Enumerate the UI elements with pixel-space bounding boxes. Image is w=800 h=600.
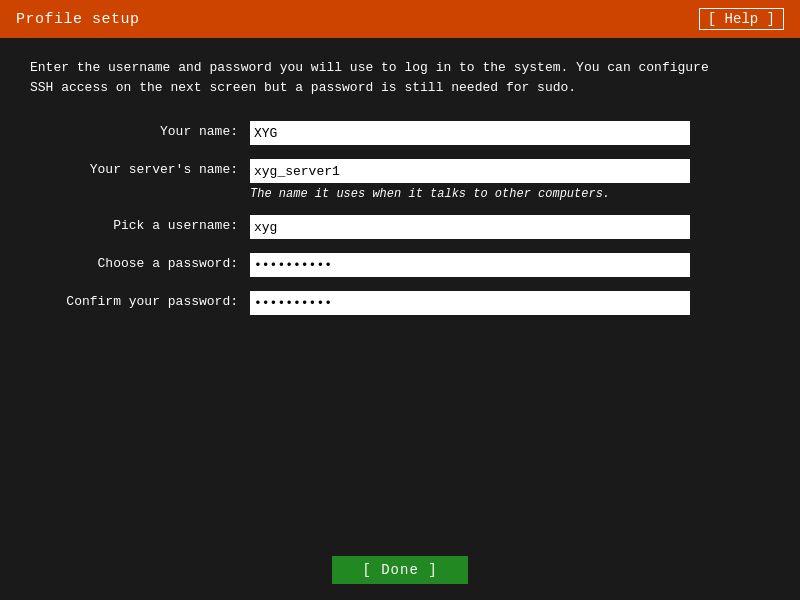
server-name-input-group: The name it uses when it talks to other …: [250, 159, 770, 201]
confirm-password-input[interactable]: [250, 291, 690, 315]
server-name-hint: The name it uses when it talks to other …: [250, 187, 770, 201]
description-text: Enter the username and password you will…: [30, 58, 710, 97]
username-label: Pick a username:: [30, 215, 250, 233]
server-name-row: Your server's name: The name it uses whe…: [30, 159, 770, 201]
confirm-password-label: Confirm your password:: [30, 291, 250, 309]
app: Profile setup [ Help ] Enter the usernam…: [0, 0, 800, 600]
your-name-input[interactable]: [250, 121, 690, 145]
your-name-row: Your name:: [30, 121, 770, 145]
server-name-input[interactable]: [250, 159, 690, 183]
password-label: Choose a password:: [30, 253, 250, 271]
footer: [ Done ]: [0, 540, 800, 600]
main-content: Enter the username and password you will…: [0, 38, 800, 540]
title-bar: Profile setup [ Help ]: [0, 0, 800, 38]
your-name-input-group: [250, 121, 770, 145]
username-input-group: [250, 215, 770, 239]
help-button[interactable]: [ Help ]: [699, 8, 784, 30]
password-input[interactable]: [250, 253, 690, 277]
username-input[interactable]: [250, 215, 690, 239]
title-text: Profile setup: [16, 11, 140, 28]
done-button[interactable]: [ Done ]: [332, 556, 467, 584]
password-input-group: [250, 253, 770, 277]
confirm-password-row: Confirm your password:: [30, 291, 770, 315]
your-name-label: Your name:: [30, 121, 250, 139]
confirm-password-input-group: [250, 291, 770, 315]
password-row: Choose a password:: [30, 253, 770, 277]
username-row: Pick a username:: [30, 215, 770, 239]
server-name-label: Your server's name:: [30, 159, 250, 177]
